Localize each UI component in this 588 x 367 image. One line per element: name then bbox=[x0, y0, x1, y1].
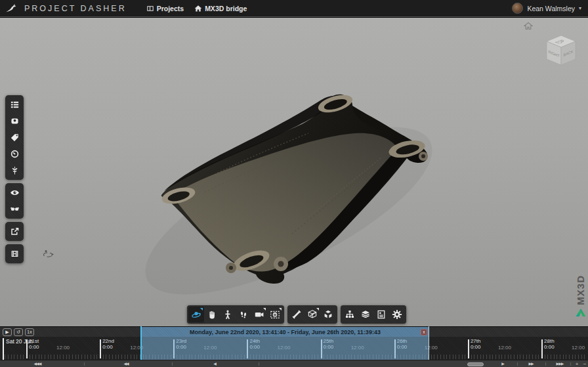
pan-button[interactable] bbox=[204, 307, 220, 322]
hour-tick bbox=[275, 355, 276, 359]
breadcrumb-projects[interactable]: Projects bbox=[146, 5, 184, 12]
hour-tick bbox=[109, 355, 110, 359]
capture-view-button[interactable] bbox=[267, 307, 283, 322]
orbit-button[interactable] bbox=[188, 307, 204, 322]
timeline-ruler[interactable]: Sat 20 Jun 21st0:0012:0022nd0:0012:0023r… bbox=[0, 337, 588, 360]
hour-tick bbox=[161, 355, 162, 359]
autodesk-logo-icon[interactable] bbox=[576, 308, 586, 320]
hour-tick bbox=[354, 355, 355, 359]
walk-button[interactable] bbox=[220, 307, 236, 322]
hour-tick bbox=[547, 355, 548, 359]
hour-tick bbox=[318, 355, 318, 359]
hour-tick bbox=[17, 355, 18, 359]
user-menu[interactable]: Kean Walmsley ▾ bbox=[512, 3, 581, 14]
time-selection-header[interactable]: Monday, June 22nd 2020, 13:41:40 - Frida… bbox=[141, 327, 429, 337]
section-button[interactable] bbox=[304, 307, 320, 322]
scrollbar-tick: | bbox=[172, 360, 173, 367]
tags-button[interactable] bbox=[5, 129, 24, 146]
hour-tick bbox=[404, 355, 404, 359]
hour-tick bbox=[529, 355, 530, 359]
hour-tick bbox=[351, 355, 352, 359]
close-selection-button[interactable]: x bbox=[421, 329, 427, 335]
play-button[interactable]: ▶ bbox=[3, 328, 12, 336]
hour-tick bbox=[453, 355, 453, 359]
data-list-button[interactable] bbox=[5, 97, 24, 113]
hour-tick bbox=[327, 355, 327, 359]
hour-tick bbox=[514, 355, 514, 359]
hour-tick bbox=[8, 355, 9, 359]
pan-right-button[interactable]: ▶▶ bbox=[528, 360, 533, 367]
pan-left-button[interactable]: ◀◀ bbox=[123, 360, 128, 367]
noon-label: 12:00 bbox=[572, 345, 585, 351]
breadcrumb-current-project[interactable]: MX3D bridge bbox=[194, 5, 247, 12]
hour-tick bbox=[305, 355, 306, 359]
orbit-icon bbox=[191, 309, 201, 320]
day-tick bbox=[173, 339, 175, 358]
projects-grid-icon bbox=[146, 5, 154, 12]
model-browser-button[interactable] bbox=[342, 307, 358, 322]
hour-tick bbox=[563, 355, 564, 359]
camera-button[interactable] bbox=[251, 307, 267, 322]
hour-tick bbox=[75, 355, 76, 359]
hour-tick bbox=[198, 355, 199, 359]
scrollbar-tick: | bbox=[517, 360, 518, 367]
user-name: Kean Walmsley bbox=[527, 5, 575, 12]
animation-button[interactable] bbox=[5, 246, 24, 262]
hour-tick bbox=[382, 355, 383, 359]
hour-tick bbox=[69, 355, 70, 359]
hour-tick bbox=[569, 355, 570, 359]
selection-end-handle[interactable] bbox=[429, 326, 429, 360]
gauges-button[interactable] bbox=[5, 146, 24, 162]
speed-button[interactable]: 1x bbox=[25, 328, 34, 336]
view-cube[interactable]: TOP RIGHT BACK bbox=[541, 32, 581, 73]
pan-left-button[interactable]: ◀◀◀ bbox=[34, 360, 41, 367]
hour-tick bbox=[96, 355, 97, 359]
settings-button[interactable] bbox=[389, 307, 405, 322]
hour-tick bbox=[330, 355, 331, 359]
zoom-in-button[interactable]: + bbox=[576, 360, 579, 367]
hour-tick bbox=[253, 355, 254, 359]
hour-tick bbox=[517, 355, 518, 359]
hour-tick bbox=[471, 355, 472, 359]
hour-tick bbox=[195, 355, 196, 359]
day-label: 22nd0:00 bbox=[102, 339, 114, 350]
hour-tick bbox=[91, 355, 91, 359]
hour-tick bbox=[431, 355, 432, 359]
hour-tick bbox=[450, 355, 450, 359]
first-person-button[interactable] bbox=[236, 307, 251, 322]
loop-button[interactable]: ↺ bbox=[14, 328, 23, 336]
visibility-button[interactable] bbox=[5, 184, 24, 201]
pan-right-button[interactable]: ▶▶▶ bbox=[556, 360, 564, 367]
glasses-icon bbox=[10, 204, 20, 214]
scrollbar-tick: | bbox=[545, 360, 546, 367]
hour-tick bbox=[446, 355, 447, 359]
hour-tick bbox=[63, 355, 64, 359]
hour-tick bbox=[54, 355, 54, 359]
hour-tick bbox=[477, 355, 478, 359]
hour-tick bbox=[189, 355, 190, 359]
home-view-button[interactable] bbox=[524, 21, 533, 33]
hour-tick bbox=[373, 355, 373, 359]
hour-tick bbox=[66, 355, 67, 359]
properties-button[interactable] bbox=[373, 307, 389, 322]
viewport-canvas[interactable]: TOP RIGHT BACK MX3D bbox=[0, 18, 588, 326]
timeline-scrollbar[interactable]: ◀◀◀|◀◀|◀|▶|▶▶|▶▶▶|+− bbox=[0, 360, 588, 367]
selection-start-handle[interactable] bbox=[140, 326, 142, 360]
vr-view-button[interactable] bbox=[5, 201, 24, 217]
hour-tick bbox=[222, 355, 223, 359]
bridge-model[interactable] bbox=[0, 18, 588, 326]
zoom-out-button[interactable]: − bbox=[583, 360, 587, 367]
explode-button[interactable] bbox=[320, 307, 336, 322]
share-button[interactable] bbox=[5, 223, 24, 240]
hour-tick bbox=[505, 355, 505, 359]
measure-button[interactable] bbox=[289, 307, 304, 322]
hour-tick bbox=[32, 355, 33, 359]
pan-right-button[interactable]: ▶ bbox=[501, 360, 504, 367]
environment-button[interactable] bbox=[5, 162, 24, 179]
left-toolbar-group bbox=[5, 222, 24, 241]
sensors-button[interactable] bbox=[5, 113, 24, 129]
layers-button[interactable] bbox=[358, 307, 373, 322]
pan-left-button[interactable]: ◀ bbox=[213, 360, 216, 367]
scrollbar-thumb[interactable] bbox=[467, 362, 484, 366]
hour-tick bbox=[584, 355, 585, 359]
